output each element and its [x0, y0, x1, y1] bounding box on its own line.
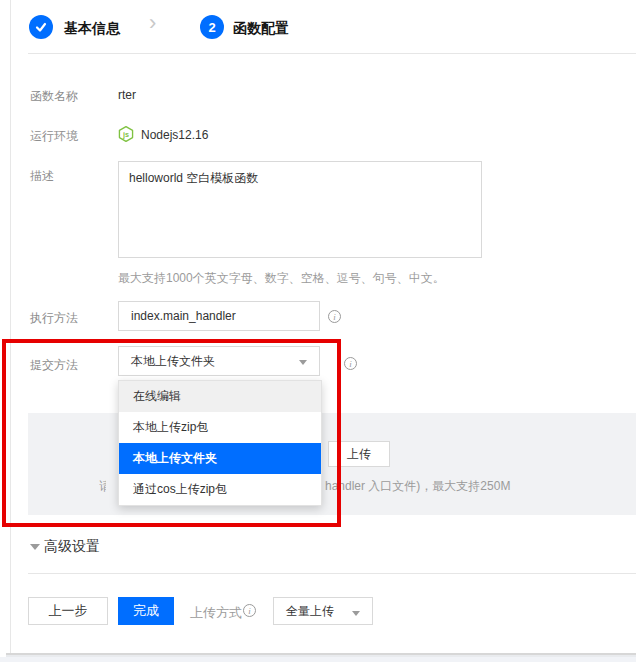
dropdown-option-online-edit[interactable]: 在线编辑: [119, 381, 321, 412]
handler-info-icon[interactable]: i: [328, 310, 341, 323]
step-2-label: 函数配置: [233, 20, 289, 38]
triangle-down-icon: [30, 544, 40, 550]
handler-input[interactable]: [118, 301, 320, 331]
step-2-number: 2: [208, 20, 215, 35]
description-helper: 最大支持1000个英文字母、数字、空格、逗号、句号、中文。: [118, 270, 445, 287]
submit-method-info-icon[interactable]: i: [344, 357, 357, 370]
submit-method-value: 本地上传文件夹: [131, 354, 215, 368]
runtime-value: Nodejs12.16: [141, 128, 208, 142]
svg-text:js: js: [122, 130, 129, 139]
chevron-down-icon: [299, 360, 307, 365]
upload-mode-value: 全量上传: [286, 604, 334, 618]
runtime-label: 运行环境: [30, 128, 78, 145]
chevron-down-icon: [352, 611, 360, 616]
handler-label: 执行方法: [30, 310, 78, 327]
submit-method-label: 提交方法: [30, 357, 78, 374]
function-config-page: 基本信息 › 2 函数配置 函数名称 rter 运行环境 js Nodejs12…: [0, 0, 636, 662]
function-name-label: 函数名称: [30, 88, 78, 105]
upload-button[interactable]: 上传: [328, 441, 390, 467]
dropdown-option-local-folder[interactable]: 本地上传文件夹: [119, 443, 321, 474]
dropdown-option-local-zip[interactable]: 本地上传zip包: [119, 412, 321, 443]
upload-mode-select[interactable]: 全量上传: [273, 597, 373, 625]
function-name-value: rter: [118, 88, 136, 102]
dropdown-option-cos-zip[interactable]: 通过cos上传zip包: [119, 474, 321, 505]
upload-mode-info-icon[interactable]: i: [243, 604, 256, 617]
step-2-circle: 2: [200, 15, 224, 39]
submit-method-dropdown-list: 在线编辑 本地上传zip包 本地上传文件夹 通过cos上传zip包: [118, 380, 322, 506]
submit-method-select[interactable]: 本地上传文件夹: [118, 346, 320, 376]
prev-step-button[interactable]: 上一步: [28, 597, 108, 625]
check-icon: [34, 20, 48, 34]
header-divider: [28, 53, 636, 54]
description-label: 描述: [30, 168, 54, 185]
code-hint-fragment: 请: [99, 478, 106, 493]
chevron-right-icon: ›: [149, 10, 156, 36]
footer-divider: [28, 573, 636, 574]
upload-mode-label: 上传方式: [190, 604, 242, 622]
step-1-label[interactable]: 基本信息: [64, 20, 120, 38]
advanced-settings-label: 高级设置: [44, 538, 100, 556]
finish-button[interactable]: 完成: [118, 597, 174, 625]
description-textarea[interactable]: helloworld 空白模板函数: [118, 161, 482, 258]
nodejs-icon: js: [117, 125, 135, 147]
step-1-circle[interactable]: [29, 15, 53, 39]
page-background-strip: [0, 657, 636, 662]
card-left-border: [10, 0, 11, 654]
code-hint: handler 入口文件)，最大支持250M: [325, 478, 510, 495]
